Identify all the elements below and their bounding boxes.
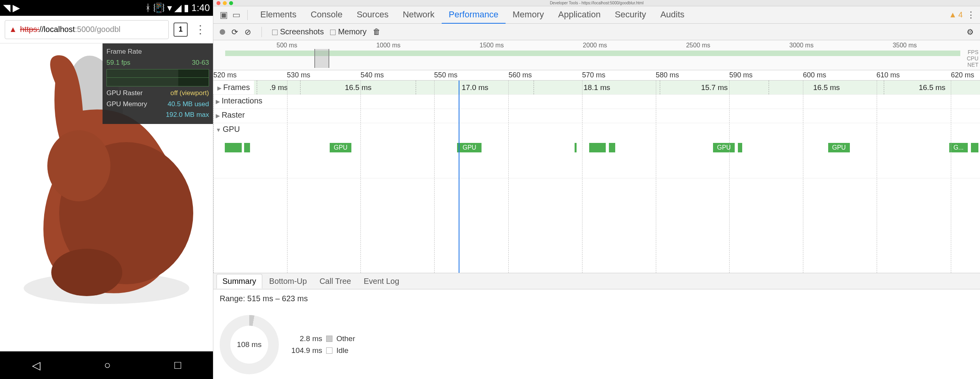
separator	[247, 10, 248, 20]
home-button[interactable]: ○	[104, 359, 111, 371]
overview-tick: 1000 ms	[376, 42, 400, 49]
time-ruler[interactable]: 520 ms530 ms540 ms550 ms560 ms570 ms580 …	[213, 70, 980, 81]
frame-cell[interactable]: 16.5 ms	[884, 81, 980, 94]
summary-tab-event-log[interactable]: Event Log	[358, 274, 405, 288]
summary-donut-chart: 108 ms	[220, 315, 279, 374]
gpu-block[interactable]	[244, 143, 250, 152]
tab-security[interactable]: Security	[608, 6, 653, 24]
frames-track-label[interactable]: Frames	[213, 81, 254, 94]
garbage-collect-icon[interactable]: 🗑	[373, 27, 381, 36]
tab-network[interactable]: Network	[396, 6, 442, 24]
summary-pane: Range: 515 ms – 623 ms 108 ms 2.8 msOthe…	[213, 289, 980, 379]
interactions-track[interactable]: Interactions	[213, 95, 980, 109]
frames-track[interactable]: Frames .9 ms16.5 ms17.0 ms18.1 ms15.7 ms…	[213, 81, 980, 95]
timeline-overview[interactable]: 500 ms1000 ms1500 ms2000 ms2500 ms3000 m…	[213, 40, 980, 70]
grid-line	[729, 81, 730, 273]
warnings-count: 4	[958, 10, 963, 19]
raster-track-label[interactable]: Raster	[216, 111, 245, 120]
browser-menu-button[interactable]: ⋮	[192, 23, 208, 36]
back-button[interactable]: ◁	[32, 359, 41, 372]
minimize-window-icon[interactable]	[223, 1, 227, 5]
devtools-tab-bar: ▣ ▭ ElementsConsoleSourcesNetworkPerform…	[213, 6, 980, 24]
device-toggle-icon[interactable]: ▭	[231, 9, 242, 21]
frame-cell[interactable]: 17.0 ms	[416, 81, 534, 94]
grid-line	[951, 81, 951, 273]
details-tab-bar: SummaryBottom-UpCall TreeEvent Log	[213, 273, 980, 289]
overview-selection[interactable]	[314, 49, 329, 68]
gpu-block[interactable]: G...	[949, 143, 968, 152]
frame-cell[interactable]: .9 ms	[257, 81, 300, 94]
gpu-block[interactable]	[738, 143, 743, 152]
hud-fps-graph	[106, 69, 209, 86]
playhead[interactable]	[459, 81, 459, 273]
battery-icon: ▮	[184, 2, 189, 13]
traffic-lights[interactable]	[217, 1, 233, 5]
android-nav-bar: ◁ ○ □	[0, 351, 213, 379]
frame-cell[interactable]: 15.7 ms	[660, 81, 769, 94]
summary-total-time: 108 ms	[237, 340, 261, 349]
tab-audits[interactable]: Audits	[653, 6, 691, 24]
ruler-tick: 610 ms	[877, 71, 900, 79]
vibrate-icon: 📳	[153, 2, 165, 13]
warnings-badge[interactable]: ▲ 4	[949, 10, 963, 19]
frame-cell[interactable]: 16.5 ms	[769, 81, 884, 94]
interactions-track-label[interactable]: Interactions	[216, 96, 262, 105]
ruler-tick: 550 ms	[434, 71, 457, 79]
summary-tab-call-tree[interactable]: Call Tree	[314, 274, 357, 288]
ruler-tick: 520 ms	[213, 71, 237, 79]
inspect-element-icon[interactable]: ▣	[218, 9, 229, 21]
gpu-block[interactable]	[589, 143, 606, 152]
hud-gpu-raster-label: GPU Raster	[106, 88, 143, 98]
summary-tab-summary[interactable]: Summary	[217, 274, 262, 289]
gpu-track-label[interactable]: GPU	[216, 125, 240, 134]
tab-sources[interactable]: Sources	[349, 6, 396, 24]
tab-console[interactable]: Console	[304, 6, 350, 24]
reload-record-icon[interactable]: ⟳	[231, 27, 238, 37]
hud-frame-rate-label: Frame Rate	[106, 47, 209, 57]
capture-settings-icon[interactable]: ⚙	[967, 27, 974, 37]
tab-application[interactable]: Application	[551, 6, 608, 24]
legend-swatch	[326, 347, 332, 354]
devtools-menu-icon[interactable]: ⋮	[967, 10, 975, 20]
grid-line	[434, 81, 435, 273]
overview-lane-label: NET	[967, 62, 978, 68]
tab-performance[interactable]: Performance	[442, 6, 506, 24]
gpu-block[interactable]: GPU	[457, 143, 482, 152]
gpu-track[interactable]: GPU GPUGPUGPUGPUG...	[213, 123, 980, 178]
record-button[interactable]	[220, 29, 225, 35]
notification-icon: ◥	[3, 2, 10, 13]
overview-tick: 3500 ms	[892, 42, 917, 49]
svg-point-3	[47, 130, 110, 201]
tab-switcher-button[interactable]: 1	[174, 23, 188, 37]
hud-gpu-mem-used: 40.5 MB used	[168, 99, 209, 109]
gpu-block[interactable]	[225, 143, 242, 152]
recents-button[interactable]: □	[174, 359, 181, 371]
gpu-block[interactable]: GPU	[828, 143, 849, 152]
gpu-block[interactable]	[609, 143, 615, 152]
gpu-block[interactable]: GPU	[713, 143, 734, 152]
gpu-block[interactable]: GPU	[330, 143, 351, 152]
grid-line	[213, 81, 214, 273]
ruler-tick: 570 ms	[582, 71, 605, 79]
clear-icon[interactable]: ⊘	[245, 27, 251, 37]
tab-elements[interactable]: Elements	[253, 6, 304, 24]
summary-tab-bottom-up[interactable]: Bottom-Up	[264, 274, 313, 288]
url-host: //localhost	[39, 25, 75, 34]
frame-cell[interactable]: 18.1 ms	[534, 81, 659, 94]
grid-line	[582, 81, 582, 273]
raster-track[interactable]: Raster	[213, 109, 980, 123]
frame-cell[interactable]: 16.5 ms	[300, 81, 416, 94]
zoom-window-icon[interactable]	[229, 1, 233, 5]
flame-chart[interactable]: 520 ms530 ms540 ms550 ms560 ms570 ms580 …	[213, 70, 980, 273]
screenshots-checkbox[interactable]: Screenshots	[272, 27, 324, 36]
memory-checkbox[interactable]: Memory	[330, 27, 366, 36]
overview-lane-label: FPS	[967, 49, 978, 55]
url-port: :5000	[75, 25, 95, 34]
gpu-block[interactable]	[575, 143, 577, 152]
url-bar[interactable]: ▲ https://localhost:5000/goodbl	[5, 20, 169, 39]
tab-memory[interactable]: Memory	[506, 6, 551, 24]
gpu-block[interactable]	[971, 143, 978, 152]
overview-tick: 500 ms	[276, 42, 297, 49]
close-window-icon[interactable]	[217, 1, 220, 5]
url-scheme: https:	[20, 25, 39, 34]
